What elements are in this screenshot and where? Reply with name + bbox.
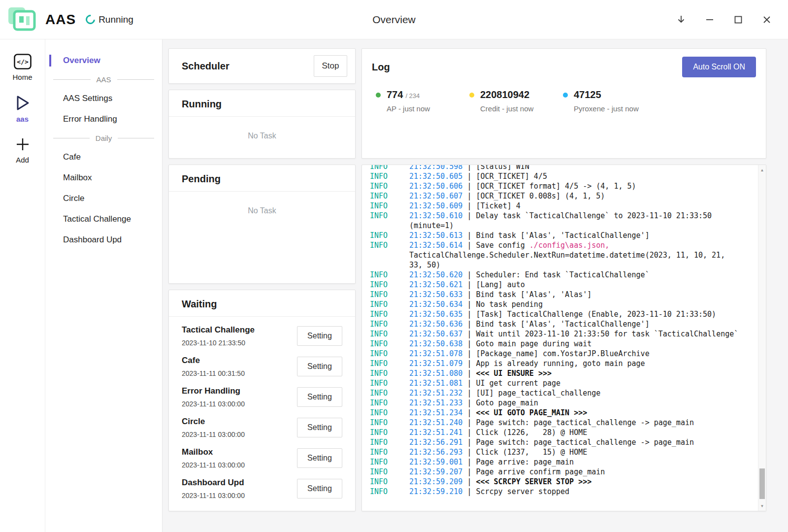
task-name: Mailbox bbox=[182, 447, 245, 457]
setting-button-cafe[interactable]: Setting bbox=[297, 357, 342, 376]
running-status-label: Running bbox=[98, 14, 133, 25]
log-message: 21:32:59.210 | Scrcpy server stopped bbox=[409, 487, 740, 497]
log-message: 21:32:59.001 | Page arrive: page_main bbox=[409, 457, 740, 467]
log-row: INFO21:32:50.621 | [Lang] auto bbox=[370, 280, 740, 290]
waiting-task-row-circle: Circle2023-11-11 03:00:00Setting bbox=[169, 412, 355, 443]
task-info: Dashboard Upd2023-11-11 03:00:00 bbox=[182, 478, 245, 499]
log-row: INFO21:32:50.614 | Save config ./config\… bbox=[370, 240, 740, 270]
pending-title: Pending bbox=[182, 173, 342, 185]
log-row: INFO21:32:50.610 | Delay task `TacticalC… bbox=[370, 211, 740, 231]
sidebar-item-aas-settings[interactable]: AAS Settings bbox=[45, 88, 162, 109]
setting-button-error-handling[interactable]: Setting bbox=[297, 387, 342, 407]
log-timestamp: 21:32:50.621 bbox=[409, 280, 462, 289]
update-download-icon[interactable] bbox=[675, 13, 688, 26]
log-row: INFO21:32:50.638 | Goto main page during… bbox=[370, 339, 740, 349]
rail-home-button[interactable]: </> Home bbox=[0, 47, 45, 88]
task-name: Circle bbox=[182, 417, 245, 427]
log-row: INFO21:32:50.636 | Bind task ['Alas', 'T… bbox=[370, 319, 740, 329]
sidebar-item-error-handling[interactable]: Error Handling bbox=[45, 109, 162, 130]
rail-aas-button[interactable]: aas bbox=[0, 88, 45, 130]
log-level: INFO bbox=[370, 428, 409, 437]
sidebar-item-cafe[interactable]: Cafe bbox=[45, 147, 162, 167]
log-message: 21:32:51.081 | UI get current page bbox=[409, 378, 740, 388]
waiting-task-row-tactical-challenge: Tactical Challenge2023-11-10 21:33:50Set… bbox=[169, 321, 355, 351]
log-message: 21:32:50.607 | [OCR_TICKET 0.008s] (4, 1… bbox=[409, 191, 740, 201]
sidebar-item-overview[interactable]: Overview bbox=[45, 50, 162, 71]
stat-suffix: / 234 bbox=[405, 92, 420, 100]
log-message: 21:32:51.080 | <<< UI ENSURE >>> bbox=[409, 368, 740, 378]
task-name: Dashboard Upd bbox=[182, 478, 245, 488]
maximize-button[interactable] bbox=[732, 13, 745, 26]
log-row: INFO21:32:50.606 | [OCR_TICKET format] 4… bbox=[370, 181, 740, 191]
log-message: 21:32:51.079 | App is already running, g… bbox=[409, 359, 740, 368]
scroll-down-icon[interactable]: ▼ bbox=[758, 502, 766, 510]
log-level: INFO bbox=[370, 447, 409, 457]
sidebar-item-tactical-challenge[interactable]: Tactical Challenge bbox=[45, 209, 162, 230]
log-message: 21:32:51.241 | Click (1226, 28) @ HOME bbox=[409, 428, 740, 437]
scrollbar-thumb[interactable] bbox=[759, 468, 765, 499]
stat-label: Pyroxene - just now bbox=[574, 104, 639, 113]
log-level: INFO bbox=[370, 437, 409, 447]
auto-scroll-button[interactable]: Auto Scroll ON bbox=[682, 57, 756, 77]
rail-add-button[interactable]: Add bbox=[0, 130, 45, 171]
setting-button-tactical-challenge[interactable]: Setting bbox=[297, 326, 342, 346]
log-level: INFO bbox=[370, 349, 409, 359]
stop-button[interactable]: Stop bbox=[314, 55, 347, 77]
stat-value: 774 bbox=[387, 89, 403, 100]
setting-button-dashboard-upd[interactable]: Setting bbox=[297, 479, 342, 499]
log-row: INFO21:32:59.210 | Scrcpy server stopped bbox=[370, 487, 740, 497]
log-timestamp: 21:32:51.232 bbox=[409, 389, 462, 398]
log-row: INFO21:32:50.613 | Bind task ['Alas', 'T… bbox=[370, 231, 740, 240]
log-scrollbar[interactable]: ▲ ▼ bbox=[758, 165, 766, 511]
log-message: 21:32:50.633 | Bind task ['Alas', 'Alas'… bbox=[409, 290, 740, 299]
log-timestamp: 21:32:50.598 bbox=[409, 165, 462, 171]
log-level: INFO bbox=[370, 368, 409, 378]
task-next-run-time: 2023-11-10 21:33:50 bbox=[182, 339, 255, 347]
log-row: INFO21:32:50.635 | [Task] TacticalChalle… bbox=[370, 309, 740, 319]
log-level: INFO bbox=[370, 378, 409, 388]
log-card: Log Auto Scroll ON 774/ 234AP - just now… bbox=[361, 48, 766, 159]
waiting-title: Waiting bbox=[182, 299, 342, 310]
log-row: INFO21:32:50.634 | No task pending bbox=[370, 299, 740, 309]
log-level: INFO bbox=[370, 280, 409, 290]
log-level: INFO bbox=[370, 339, 409, 349]
log-row: INFO21:32:59.209 | <<< SCRCPY SERVER STO… bbox=[370, 477, 740, 487]
stat-pyroxene-just-now: 47125Pyroxene - just now bbox=[563, 89, 647, 113]
log-row: INFO21:32:51.232 | [UI] page_tactical_ch… bbox=[370, 388, 740, 398]
log-row: INFO21:32:51.240 | Page switch: page_tac… bbox=[370, 418, 740, 428]
task-info: Circle2023-11-11 03:00:00 bbox=[182, 417, 245, 438]
log-message: 21:32:50.598 | [Status] WIN bbox=[409, 165, 740, 171]
scroll-up-icon[interactable]: ▲ bbox=[758, 166, 766, 174]
scheduler-column: Scheduler Stop Running No Task Pending N… bbox=[168, 48, 356, 511]
log-level: INFO bbox=[370, 171, 409, 181]
close-button[interactable] bbox=[760, 13, 773, 26]
log-message: 21:32:50.621 | [Lang] auto bbox=[409, 280, 740, 290]
minimize-button[interactable] bbox=[703, 13, 716, 26]
rail-home-label: Home bbox=[12, 73, 32, 81]
log-level: INFO bbox=[370, 165, 409, 171]
sidebar-item-circle[interactable]: Circle bbox=[45, 188, 162, 209]
stat-value: 47125 bbox=[574, 89, 601, 100]
log-timestamp: 21:32:50.638 bbox=[409, 339, 462, 348]
sidebar-item-mailbox[interactable]: Mailbox bbox=[45, 167, 162, 188]
setting-button-circle[interactable]: Setting bbox=[297, 418, 342, 437]
task-info: Tactical Challenge2023-11-10 21:33:50 bbox=[182, 325, 255, 347]
log-level: INFO bbox=[370, 359, 409, 368]
log-timestamp: 21:32:59.207 bbox=[409, 467, 462, 476]
task-info: Cafe2023-11-11 00:31:50 bbox=[182, 356, 245, 377]
log-timestamp: 21:32:59.209 bbox=[409, 477, 462, 486]
log-row: INFO21:32:56.293 | Click (1237, 15) @ HO… bbox=[370, 447, 740, 457]
sidebar-item-dashboard-upd[interactable]: Dashboard Upd bbox=[45, 230, 162, 250]
scheduler-card: Scheduler Stop bbox=[168, 48, 356, 84]
log-row: INFO21:32:51.241 | Click (1226, 28) @ HO… bbox=[370, 428, 740, 437]
task-info: Mailbox2023-11-11 03:00:00 bbox=[182, 447, 245, 469]
log-timestamp: 21:32:50.606 bbox=[409, 182, 462, 191]
log-message: 21:32:51.078 | [Package_name] com.Yostar… bbox=[409, 349, 740, 359]
waiting-task-row-cafe: Cafe2023-11-11 00:31:50Setting bbox=[169, 351, 355, 382]
log-message: 21:32:51.233 | Goto page_main bbox=[409, 398, 740, 408]
log-message: 21:32:50.610 | Delay task `TacticalChall… bbox=[409, 211, 740, 231]
waiting-task-row-mailbox: Mailbox2023-11-11 03:00:00Setting bbox=[169, 443, 355, 473]
log-timestamp: 21:32:50.634 bbox=[409, 300, 462, 309]
plus-icon bbox=[15, 136, 31, 152]
setting-button-mailbox[interactable]: Setting bbox=[297, 448, 342, 468]
